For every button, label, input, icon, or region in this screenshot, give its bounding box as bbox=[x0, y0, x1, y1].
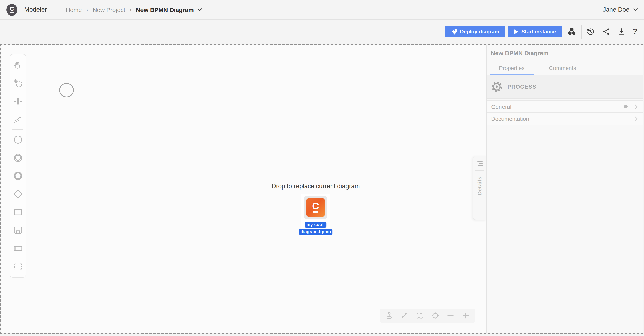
top-bar: C Modeler Home › New Project › New BPMN … bbox=[0, 0, 644, 20]
play-icon bbox=[514, 29, 518, 34]
breadcrumb-separator: › bbox=[130, 6, 132, 13]
fit-viewport-icon[interactable] bbox=[400, 312, 408, 320]
diagram-drop-zone[interactable]: Drop to replace current diagram C my-coo… bbox=[0, 44, 643, 334]
chevron-down-icon bbox=[633, 8, 638, 11]
create-end-event[interactable] bbox=[10, 167, 26, 185]
lines-icon bbox=[476, 161, 483, 166]
details-tab[interactable]: Details bbox=[473, 156, 486, 220]
cluster-icon[interactable] bbox=[567, 27, 576, 36]
start-instance-button[interactable]: Start instance bbox=[508, 26, 562, 37]
panel-tabs: Properties Comments bbox=[486, 61, 642, 74]
chevron-right-icon bbox=[634, 104, 638, 109]
version-history-icon[interactable] bbox=[586, 27, 594, 36]
process-gear-icon bbox=[491, 81, 502, 92]
section-general[interactable]: General bbox=[486, 100, 642, 113]
start-button-label: Start instance bbox=[522, 29, 556, 35]
tab-comments[interactable]: Comments bbox=[537, 61, 588, 74]
divider bbox=[581, 25, 582, 38]
element-type-header: PROCESS bbox=[486, 74, 642, 99]
palette-separator bbox=[12, 129, 24, 130]
drop-hint-text: Drop to replace current diagram bbox=[272, 183, 360, 190]
create-start-event[interactable] bbox=[10, 131, 26, 149]
filled-indicator-dot bbox=[624, 105, 628, 108]
divider bbox=[56, 4, 56, 15]
dragged-file-card: C my-cool- diagram.bpmn bbox=[301, 194, 330, 236]
crosshair-icon[interactable] bbox=[431, 312, 439, 320]
create-gateway[interactable] bbox=[10, 185, 26, 203]
dragged-file-tile: C bbox=[304, 196, 327, 219]
panel-title: New BPMN Diagram bbox=[486, 45, 642, 61]
breadcrumb-separator: › bbox=[86, 6, 88, 13]
camunda-logo-icon: C bbox=[6, 4, 17, 15]
space-tool[interactable] bbox=[10, 92, 26, 110]
tab-properties[interactable]: Properties bbox=[486, 61, 537, 74]
app-window: C Modeler Home › New Project › New BPMN … bbox=[0, 0, 644, 336]
breadcrumb-current-diagram[interactable]: New BPMN Diagram bbox=[136, 6, 202, 13]
deploy-diagram-button[interactable]: Deploy diagram bbox=[445, 26, 505, 37]
minimap-icon[interactable] bbox=[416, 312, 424, 320]
dragged-file-name: my-cool- diagram.bpmn bbox=[299, 220, 332, 235]
create-intermediate-event[interactable] bbox=[10, 149, 26, 167]
section-documentation[interactable]: Documentation bbox=[486, 113, 642, 125]
rocket-icon bbox=[451, 29, 457, 35]
reset-origin-icon[interactable] bbox=[385, 312, 393, 320]
global-connect-tool[interactable] bbox=[10, 110, 26, 128]
create-group[interactable] bbox=[10, 258, 26, 276]
download-icon[interactable] bbox=[618, 28, 625, 35]
app-name: Modeler bbox=[24, 6, 47, 13]
property-sections: General Documentation bbox=[486, 100, 642, 125]
user-menu[interactable]: Jane Doe bbox=[603, 6, 638, 13]
start-event-shape[interactable] bbox=[59, 83, 74, 97]
breadcrumb-project[interactable]: New Project bbox=[92, 6, 125, 13]
create-participant[interactable] bbox=[10, 239, 26, 258]
breadcrumb-home[interactable]: Home bbox=[66, 6, 82, 13]
zoom-in-icon[interactable] bbox=[462, 312, 470, 320]
chevron-down-icon bbox=[197, 8, 202, 11]
create-subprocess[interactable] bbox=[10, 221, 26, 239]
drag-ghost: Drop to replace current diagram C my-coo… bbox=[272, 183, 360, 236]
action-bar: Deploy diagram Start instance bbox=[0, 20, 644, 43]
secondary-icons: ? bbox=[586, 27, 637, 36]
deploy-button-label: Deploy diagram bbox=[460, 29, 499, 35]
element-type-label: PROCESS bbox=[507, 83, 536, 90]
diagram-canvas[interactable]: Drop to replace current diagram C my-coo… bbox=[1, 45, 486, 333]
details-tab-label: Details bbox=[476, 176, 482, 195]
breadcrumb-current-label: New BPMN Diagram bbox=[136, 6, 194, 13]
canvas-controls bbox=[380, 309, 475, 323]
hand-tool[interactable] bbox=[10, 56, 26, 74]
chevron-right-icon bbox=[634, 116, 638, 121]
share-icon[interactable] bbox=[602, 28, 610, 35]
help-icon[interactable]: ? bbox=[633, 27, 637, 36]
user-name: Jane Doe bbox=[603, 6, 630, 13]
divider bbox=[475, 170, 484, 171]
lasso-tool[interactable] bbox=[10, 74, 26, 92]
properties-panel: New BPMN Diagram Properties Comments PRO… bbox=[486, 45, 642, 333]
bpmn-file-icon: C bbox=[306, 198, 325, 217]
create-task[interactable] bbox=[10, 203, 26, 221]
bpmn-palette bbox=[10, 54, 26, 278]
zoom-out-icon[interactable] bbox=[446, 312, 454, 320]
